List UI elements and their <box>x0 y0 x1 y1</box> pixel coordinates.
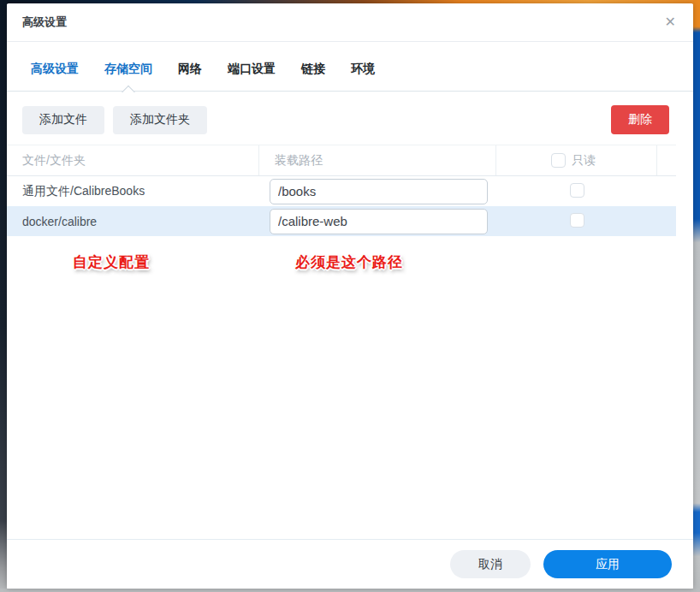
background-bottom-strip <box>0 589 700 592</box>
header-mount-path: 装载路径 <box>259 145 496 175</box>
readonly-select-all-checkbox[interactable] <box>551 153 566 168</box>
header-file-folder: 文件/文件夹 <box>7 145 259 175</box>
add-file-button[interactable]: 添加文件 <box>22 106 104 134</box>
mount-path-input[interactable] <box>270 179 488 204</box>
tab-advanced-settings[interactable]: 高级设置 <box>31 61 79 77</box>
tab-environment[interactable]: 环境 <box>351 61 375 77</box>
header-readonly: 只读 <box>496 145 657 175</box>
tab-storage-label: 存储空间 <box>104 62 152 75</box>
annotation-required-path: 必须是这个路径 <box>295 252 403 272</box>
dialog-title: 高级设置 <box>22 15 67 30</box>
tab-links[interactable]: 链接 <box>301 61 325 77</box>
mount-path-input[interactable] <box>270 209 488 234</box>
row-readonly-cell <box>496 213 657 230</box>
table-header-row: 文件/文件夹 装载路径 只读 <box>7 145 676 176</box>
header-spacer <box>657 145 676 175</box>
row-readonly-cell <box>496 183 657 200</box>
background-right-strip <box>693 0 700 592</box>
cancel-button[interactable]: 取消 <box>450 550 531 578</box>
tab-storage[interactable]: 存储空间 <box>104 61 152 77</box>
annotation-custom-config: 自定义配置 <box>73 252 150 272</box>
row-mount-cell <box>259 209 496 234</box>
dialog-footer: 取消 应用 <box>7 539 693 589</box>
row-file-name: 通用文件/CalibreBooks <box>7 184 259 199</box>
tab-network[interactable]: 网络 <box>178 61 202 77</box>
mounts-table: 文件/文件夹 装载路径 只读 通用文件/CalibreBooks docker/… <box>7 145 676 236</box>
row-file-name: docker/calibre <box>7 215 259 228</box>
apply-button[interactable]: 应用 <box>543 550 672 578</box>
dialog-titlebar: 高级设置 ✕ <box>7 3 693 42</box>
add-folder-button[interactable]: 添加文件夹 <box>113 106 207 134</box>
row-mount-cell <box>259 179 496 204</box>
table-row[interactable]: 通用文件/CalibreBooks <box>7 176 676 206</box>
background-left-strip <box>0 0 7 592</box>
close-icon[interactable]: ✕ <box>665 15 676 29</box>
delete-button[interactable]: 删除 <box>611 105 669 134</box>
table-row[interactable]: docker/calibre <box>7 206 676 236</box>
header-readonly-label: 只读 <box>572 153 596 169</box>
readonly-checkbox[interactable] <box>570 183 584 198</box>
tab-port-settings[interactable]: 端口设置 <box>228 61 276 77</box>
advanced-settings-dialog: 高级设置 ✕ 高级设置 存储空间 网络 端口设置 链接 环境 添加文件 添加文件… <box>7 3 693 589</box>
tab-bar: 高级设置 存储空间 网络 端口设置 链接 环境 <box>7 42 693 92</box>
storage-toolbar: 添加文件 添加文件夹 删除 <box>7 92 693 145</box>
readonly-checkbox[interactable] <box>570 213 584 228</box>
